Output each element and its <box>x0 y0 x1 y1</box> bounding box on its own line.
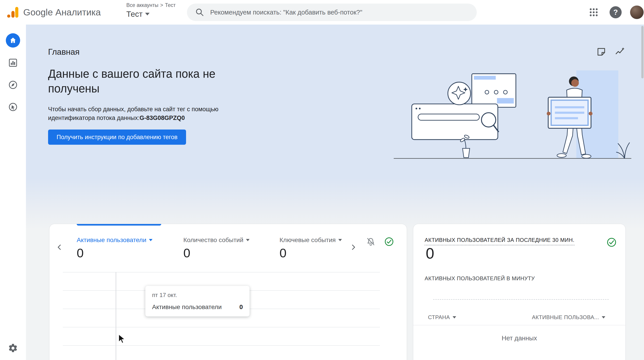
tab-active-users[interactable]: Активные пользователи 0 <box>77 236 152 260</box>
tab-event-count[interactable]: Количество событий 0 <box>183 236 250 260</box>
analytics-logo-link[interactable]: Google Аналитика <box>7 0 101 24</box>
sidebar-item-explore[interactable] <box>0 80 26 90</box>
hover-crosshair-line <box>116 272 116 360</box>
chevron-down-icon <box>452 316 456 319</box>
help-icon: ? <box>610 6 622 18</box>
search-bar[interactable] <box>187 3 477 21</box>
measurement-id: G-83G08GPZQ0 <box>140 115 185 121</box>
sidebar-item-advertising[interactable] <box>0 102 26 112</box>
apps-grid-button[interactable] <box>588 0 599 24</box>
tooltip-date: пт 17 окт. <box>152 292 243 299</box>
realtime-active-users-value: 0 <box>426 245 434 262</box>
gear-icon <box>8 343 18 353</box>
home-icon <box>6 33 20 48</box>
breadcrumb: Все аккаунты>Тест <box>126 2 176 8</box>
realtime-card: АКТИВНЫХ ПОЛЬЗОВАТЕЛЕЙ ЗА ПОСЛЕДНИЕ 30 М… <box>413 224 626 360</box>
active-tab-indicator <box>77 224 161 225</box>
metric-label: Ключевые события <box>280 236 336 244</box>
page-title: Главная <box>48 47 80 57</box>
realtime-check-icon[interactable] <box>606 237 617 248</box>
illustration-window-search <box>412 104 499 140</box>
tooltip-series-label: Активные пользователи <box>152 304 222 311</box>
sidebar-item-home[interactable] <box>0 33 26 48</box>
account-property-block: Все аккаунты>Тест Тест <box>126 2 176 18</box>
active-users-column-header[interactable]: АКТИВНЫЕ ПОЛЬЗОВА... <box>532 314 605 321</box>
account-avatar[interactable] <box>630 0 644 24</box>
metric-label: Активные пользователи <box>77 236 146 244</box>
left-navigation-rail <box>0 24 26 360</box>
search-icon <box>195 7 204 17</box>
metrics-scroll-right-button[interactable] <box>349 243 358 252</box>
notes-button[interactable] <box>596 46 607 57</box>
help-button[interactable]: ? <box>610 0 622 24</box>
breadcrumb-separator: > <box>160 2 163 8</box>
realtime-title: АКТИВНЫХ ПОЛЬЗОВАТЕЛЕЙ ЗА ПОСЛЕДНИЕ 30 М… <box>425 237 574 245</box>
hero-headline: Данные с вашего сайта пока не получены <box>48 67 225 96</box>
vertical-scrollbar-thumb[interactable] <box>641 26 644 78</box>
overview-metrics-card: Активные пользователи 0 Количество событ… <box>49 224 407 360</box>
avatar <box>630 5 644 19</box>
get-tag-instructions-button[interactable]: Получить инструкции по добавлению тегов <box>48 130 186 145</box>
data-quality-check-icon[interactable] <box>384 236 394 247</box>
users-header-label: АКТИВНЫЕ ПОЛЬЗОВА... <box>532 314 599 321</box>
metric-value: 0 <box>280 246 342 260</box>
chart-tooltip: пт 17 окт. Активные пользователи 0 <box>145 286 250 317</box>
product-name: Google Аналитика <box>23 7 101 18</box>
chevron-down-icon <box>149 239 152 241</box>
breadcrumb-current: Тест <box>165 2 176 8</box>
sidebar-item-admin[interactable] <box>0 343 26 353</box>
home-hero-banner: Главная Данные с вашего сайта пока не по… <box>26 24 644 178</box>
metrics-scroll-left-button[interactable] <box>55 243 64 252</box>
tooltip-value: 0 <box>239 304 243 311</box>
insights-button[interactable] <box>614 46 625 57</box>
metric-value: 0 <box>77 246 152 260</box>
chevron-down-icon <box>246 239 250 241</box>
chevron-down-icon <box>145 13 150 15</box>
property-selector[interactable]: Тест <box>126 9 176 18</box>
advertising-icon <box>8 102 18 112</box>
explore-compass-icon <box>8 80 18 90</box>
illustration-sparkle-badge <box>448 82 470 105</box>
breadcrumb-root: Все аккаунты <box>126 2 158 8</box>
search-input[interactable] <box>210 9 469 16</box>
notifications-off-icon[interactable] <box>366 236 376 247</box>
property-selector-label: Тест <box>126 9 142 18</box>
tab-key-events[interactable]: Ключевые события 0 <box>280 236 342 260</box>
hero-instruction: Чтобы начать сбор данных, добавьте на са… <box>48 105 227 122</box>
realtime-chart-baseline <box>433 299 609 300</box>
hero-illustration <box>393 70 632 161</box>
no-data-message: Нет данных <box>413 335 626 342</box>
chevron-down-icon <box>338 239 342 241</box>
chevron-down-icon <box>602 316 605 319</box>
country-column-header[interactable]: СТРАНА <box>428 314 456 321</box>
metric-value: 0 <box>183 246 250 260</box>
sidebar-item-reports[interactable] <box>0 58 26 68</box>
country-header-label: СТРАНА <box>428 314 450 321</box>
illustration-window-back <box>472 74 516 107</box>
hero-instruction-text: Чтобы начать сбор данных, добавьте на са… <box>48 106 218 121</box>
realtime-per-minute-label: АКТИВНЫХ ПОЛЬЗОВАТЕЛЕЙ В МИНУТУ <box>425 275 535 282</box>
google-analytics-logo-icon <box>7 6 19 18</box>
top-app-bar: Google Аналитика Все аккаунты>Тест Тест … <box>0 0 644 24</box>
metric-label: Количество событий <box>183 236 243 244</box>
reports-icon <box>8 58 18 68</box>
